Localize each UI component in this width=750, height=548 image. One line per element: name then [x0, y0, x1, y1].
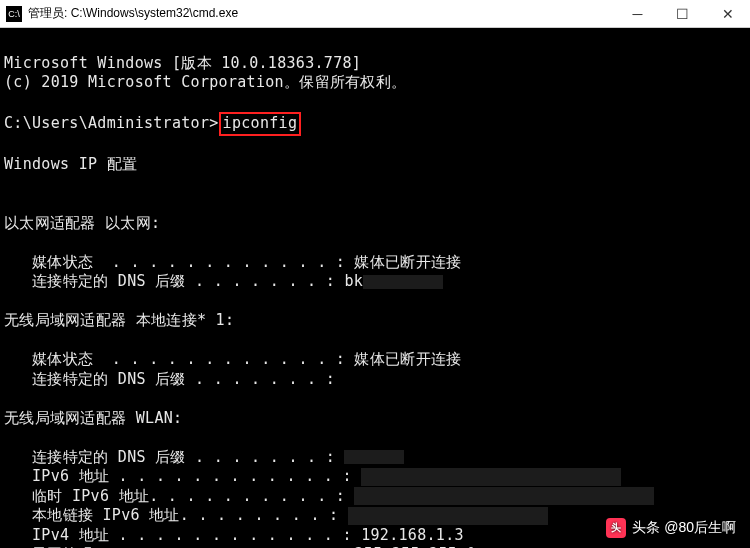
redacted-block — [361, 468, 621, 486]
command-highlight: ipconfig — [219, 112, 302, 136]
terminal-output[interactable]: Microsoft Windows [版本 10.0.18363.778] (c… — [0, 28, 750, 548]
link-local-ipv6-label: 本地链接 IPv6 地址. . . . . . . . : — [4, 506, 348, 524]
version-line: Microsoft Windows [版本 10.0.18363.778] — [4, 54, 361, 72]
watermark: 头 头条 @80后生啊 — [606, 518, 736, 538]
temp-ipv6-label: 临时 IPv6 地址. . . . . . . . . . : — [4, 487, 354, 505]
maximize-button[interactable]: ☐ — [660, 0, 705, 27]
adapter-ethernet-header: 以太网适配器 以太网: — [4, 214, 160, 232]
ipconfig-title: Windows IP 配置 — [4, 155, 137, 173]
dns-suffix-label: 连接特定的 DNS 后缀 . . . . . . . : — [4, 448, 344, 466]
redacted-block — [354, 487, 654, 505]
redacted-block — [363, 275, 443, 289]
redacted-block — [348, 507, 548, 525]
prompt-text: C:\Users\Administrator> — [4, 114, 219, 132]
watermark-label: 头条 — [632, 519, 660, 537]
copyright-line: (c) 2019 Microsoft Corporation。保留所有权利。 — [4, 73, 406, 91]
media-state-value: 媒体已断开连接 — [354, 350, 461, 368]
ipv6-label: IPv6 地址 . . . . . . . . . . . . : — [4, 467, 361, 485]
window-titlebar: C:\ 管理员: C:\Windows\system32\cmd.exe ─ ☐… — [0, 0, 750, 28]
media-state-label: 媒体状态 . . . . . . . . . . . . : — [4, 253, 354, 271]
ipv4-value: 192.168.1.3 — [361, 526, 464, 544]
dns-suffix-label: 连接特定的 DNS 后缀 . . . . . . . : — [4, 272, 344, 290]
redacted-block — [344, 450, 404, 464]
window-title: 管理员: C:\Windows\system32\cmd.exe — [28, 5, 615, 22]
dns-suffix-value: bk — [344, 272, 363, 290]
media-state-label: 媒体状态 . . . . . . . . . . . . : — [4, 350, 354, 368]
media-state-value: 媒体已断开连接 — [354, 253, 461, 271]
adapter-wlan-header: 无线局域网适配器 WLAN: — [4, 409, 182, 427]
watermark-badge-icon: 头 — [606, 518, 626, 538]
ipv4-label: IPv4 地址 . . . . . . . . . . . . : — [4, 526, 361, 544]
adapter-wlan-local-header: 无线局域网适配器 本地连接* 1: — [4, 311, 234, 329]
watermark-user: @80后生啊 — [664, 519, 736, 537]
minimize-button[interactable]: ─ — [615, 0, 660, 27]
cmd-icon: C:\ — [6, 6, 22, 22]
close-button[interactable]: ✕ — [705, 0, 750, 27]
dns-suffix-label: 连接特定的 DNS 后缀 . . . . . . . : — [4, 370, 344, 388]
window-controls: ─ ☐ ✕ — [615, 0, 750, 27]
